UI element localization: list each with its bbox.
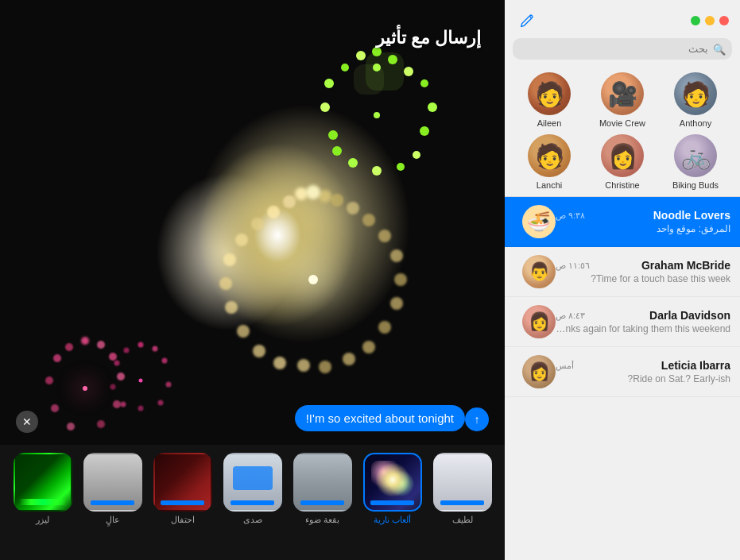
pinned-contacts-row-1: 🧑 Aileen 🎥 Movie Crew 🧑 Anthony: [505, 66, 740, 131]
effect-label-celebration: احتفال: [171, 515, 195, 525]
conversation-item-noodle-lovers[interactable]: ٩:٣٨ ص Noodle Lovers المرفق: موقع واحد 🍜: [505, 197, 740, 247]
conv-time-darla: ٨:٤٣ ص: [556, 311, 585, 321]
contact-name-anthony: Anthony: [680, 118, 711, 128]
search-icon: 🔍: [713, 43, 726, 55]
center-firework-burst: [202, 168, 424, 391]
effect-thumb-gentle: [433, 453, 492, 512]
conv-top-noodle-lovers: ٩:٣٨ ص Noodle Lovers: [556, 209, 730, 222]
window-minimize-button[interactable]: [705, 16, 715, 25]
effect-label-fireworks: ألعاب نارية: [374, 515, 411, 525]
effect-item-high[interactable]: عالٍ: [80, 453, 145, 554]
window-close-button[interactable]: [719, 16, 729, 25]
conversation-item-darla-davidson[interactable]: ٨:٤٣ ص Darla Davidson Thanks again for t…: [505, 297, 740, 347]
compose-icon: [520, 14, 534, 28]
contact-name-christine: Christine: [605, 180, 639, 190]
search-bar: 🔍: [513, 38, 732, 60]
left-panel: إرسال مع تأثير ✕ !I'm so excited about t…: [0, 0, 505, 560]
conv-avatar-graham: 👨: [522, 255, 556, 288]
magenta-firework-burst: [101, 341, 180, 420]
effect-thumb-fireworks: [363, 453, 422, 512]
effect-thumb-echo: [223, 453, 282, 512]
conversation-item-leticia-ibarra[interactable]: أمس Leticia Ibarra Ride on Sat.? Early-i…: [505, 347, 740, 397]
pinned-contact-movie-crew[interactable]: 🎥 Movie Crew: [591, 72, 654, 128]
effect-label-echo: صدى: [243, 515, 262, 525]
effect-thumb-spotlight: [293, 453, 352, 512]
avatar-biking-buds: 🚲: [674, 134, 717, 177]
conversation-list: ٩:٣٨ ص Noodle Lovers المرفق: موقع واحد 🍜…: [505, 197, 740, 560]
effects-row: ليزر عالٍ احتفال صدى بقعة ضوء ألعاب ناري…: [0, 453, 505, 554]
conv-name-graham: Graham McBride: [641, 259, 730, 272]
effect-label-high: عالٍ: [106, 515, 120, 525]
conv-preview-leticia: Ride on Sat.? Early-ish?: [556, 373, 730, 384]
conv-info-leticia: أمس Leticia Ibarra Ride on Sat.? Early-i…: [556, 359, 730, 384]
effect-item-echo[interactable]: صدى: [220, 453, 285, 554]
pinned-contact-christine[interactable]: 👩 Christine: [591, 134, 654, 190]
right-header: [505, 0, 740, 38]
conv-time-noodle-lovers: ٩:٣٨ ص: [556, 210, 585, 221]
conv-name-darla: Darla Davidson: [649, 309, 730, 322]
conv-preview-darla: Thanks again for taking them this weeken…: [556, 323, 730, 334]
conv-avatar-leticia: 👩: [522, 355, 556, 388]
pinned-contact-aileen[interactable]: 🧑 Aileen: [517, 72, 581, 128]
effect-item-laser[interactable]: ليزر: [10, 453, 76, 554]
effect-thumb-high: [83, 453, 142, 512]
avatar-lanchi: 🧑: [528, 134, 571, 177]
effect-item-fireworks[interactable]: ألعاب نارية: [360, 453, 425, 554]
conv-time-leticia: أمس: [556, 361, 574, 371]
pinned-contacts-row-2: 🧑 Lanchi 👩 Christine 🚲 Biking Buds: [505, 131, 740, 197]
effect-label-spotlight: بقعة ضوء: [305, 515, 339, 525]
conv-avatar-noodle-lovers: 🍜: [522, 205, 556, 238]
effect-item-gentle[interactable]: لطيف: [430, 453, 495, 554]
pinned-contact-biking-buds[interactable]: 🚲 Biking Buds: [664, 134, 727, 190]
effect-item-spotlight[interactable]: بقعة ضوء: [290, 453, 355, 554]
effect-item-celebration[interactable]: احتفال: [150, 453, 215, 554]
avatar-christine: 👩: [601, 134, 644, 177]
effect-label-gentle: لطيف: [452, 515, 473, 525]
compose-button[interactable]: [516, 10, 538, 32]
conv-preview-graham: Time for a touch base this week?: [556, 273, 730, 284]
conv-info-noodle-lovers: ٩:٣٨ ص Noodle Lovers المرفق: موقع واحد: [556, 209, 730, 234]
effect-title: إرسال مع تأثير: [376, 28, 481, 48]
conv-time-graham: ١١:٥٦ ص: [556, 261, 590, 271]
contact-name-aileen: Aileen: [537, 118, 562, 128]
send-button[interactable]: ↑: [465, 407, 489, 431]
conv-top-graham: ١١:٥٦ ص Graham McBride: [556, 259, 730, 272]
pinned-contact-anthony[interactable]: 🧑 Anthony: [664, 72, 727, 128]
window-maximize-button[interactable]: [691, 16, 700, 25]
message-bubble: !I'm so excited about tonight: [295, 405, 465, 431]
close-button[interactable]: ✕: [16, 411, 38, 433]
conv-top-leticia: أمس Leticia Ibarra: [556, 359, 730, 372]
effect-thumb-laser: [14, 453, 72, 512]
avatar-aileen: 🧑: [528, 72, 571, 115]
right-panel: 🔍 🧑 Aileen 🎥 Movie Crew 🧑 Anthony 🧑: [505, 0, 740, 560]
conv-avatar-darla: 👩: [522, 305, 556, 338]
conversation-item-graham-mcbride[interactable]: ١١:٥٦ ص Graham McBride Time for a touch …: [505, 247, 740, 297]
conv-name-leticia: Leticia Ibarra: [661, 359, 730, 372]
conv-top-darla: ٨:٤٣ ص Darla Davidson: [556, 309, 730, 322]
conv-preview-noodle-lovers: المرفق: موقع واحد: [556, 223, 730, 234]
effect-thumb-celebration: [153, 453, 212, 512]
conv-name-noodle-lovers: Noodle Lovers: [653, 209, 730, 222]
conv-info-darla: ٨:٤٣ ص Darla Davidson Thanks again for t…: [556, 309, 730, 334]
contact-name-lanchi: Lanchi: [537, 180, 562, 190]
pinned-contact-lanchi[interactable]: 🧑 Lanchi: [517, 134, 581, 190]
avatar-movie-crew: 🎥: [601, 72, 644, 115]
contact-name-movie-crew: Movie Crew: [599, 118, 645, 128]
conv-info-graham: ١١:٥٦ ص Graham McBride Time for a touch …: [556, 259, 730, 284]
window-controls: [691, 16, 729, 25]
effects-strip: ليزر عالٍ احتفال صدى بقعة ضوء ألعاب ناري…: [0, 445, 505, 560]
effect-label-laser: ليزر: [36, 515, 49, 525]
avatar-anthony: 🧑: [674, 72, 717, 115]
contact-name-biking-buds: Biking Buds: [672, 180, 719, 190]
search-input[interactable]: [513, 38, 732, 60]
